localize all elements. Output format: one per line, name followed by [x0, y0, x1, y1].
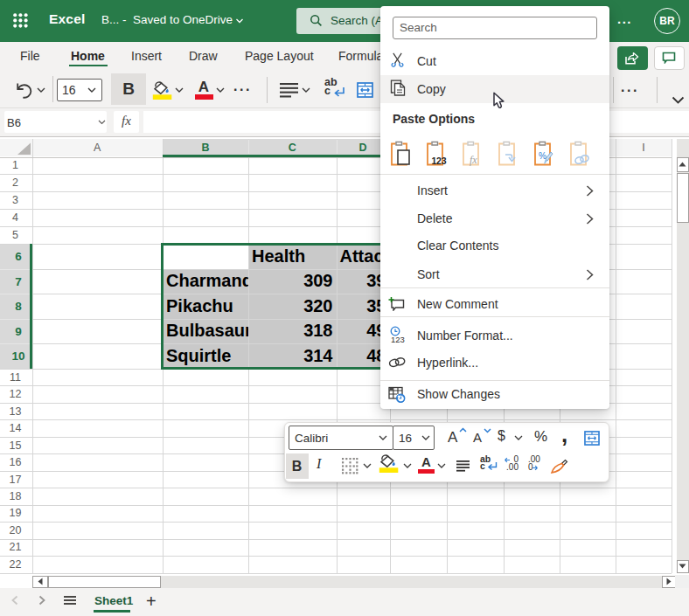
svg-text:123: 123 [391, 335, 405, 344]
svg-text:fx: fx [470, 154, 477, 166]
svg-text:123: 123 [432, 156, 447, 166]
